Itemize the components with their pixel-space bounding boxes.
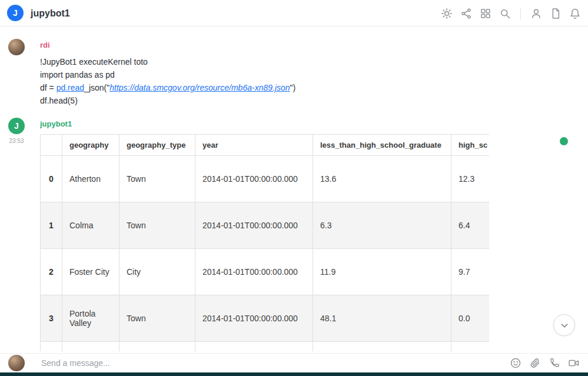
- table-cell: [451, 342, 490, 352]
- table-cell: Colma: [62, 202, 119, 249]
- code-line: df = pd.read_json("https://data.smcgov.o…: [40, 81, 295, 94]
- channel-title: jupybot1: [31, 0, 70, 26]
- table-cell: 13.6: [313, 156, 451, 202]
- message-list: rdi !JupyBot1 executeKernel toto import …: [0, 26, 588, 353]
- table-cell: 11.9: [313, 249, 451, 295]
- text-segment: "): [290, 83, 296, 92]
- table-cell: 1: [41, 202, 62, 249]
- paperclip-icon[interactable]: [529, 357, 541, 369]
- channel-avatar: J: [7, 5, 24, 21]
- table-cell: Portola Valley: [62, 295, 119, 342]
- message-timestamp: 23:53: [5, 138, 28, 144]
- apps-grid-icon[interactable]: [480, 8, 491, 19]
- table-row-partial: [41, 342, 490, 352]
- table-cell: Foster City: [62, 249, 119, 295]
- message-username[interactable]: jupybot1: [40, 119, 72, 128]
- table-row: 0 Atherton Town 2014-01-01T00:00:00.000 …: [41, 156, 490, 202]
- message-composer: [0, 353, 588, 372]
- dataframe-table: geography geography_type year less_than_…: [40, 134, 489, 351]
- table-cell: 0: [41, 156, 62, 202]
- table-cell: Atherton: [62, 156, 119, 202]
- code-line: import pandas as pd: [40, 68, 295, 81]
- table-cell: 2: [41, 249, 62, 295]
- code-line: df.head(5): [40, 94, 295, 107]
- table-row: 1 Colma Town 2014-01-01T00:00:00.000 6.3…: [41, 202, 490, 249]
- emoji-icon[interactable]: [510, 357, 521, 369]
- table-cell: 6.4: [451, 202, 490, 249]
- table-cell: [41, 342, 62, 352]
- scroll-to-bottom-button[interactable]: [553, 314, 575, 336]
- table-cell: 48.1: [313, 295, 451, 342]
- table-cell: 6.3: [313, 202, 451, 249]
- composer-avatar: [8, 355, 25, 371]
- table-cell: 2014-01-01T00:00:00.000: [195, 249, 313, 295]
- text-segment: _json(": [84, 83, 109, 92]
- text-segment: df =: [40, 83, 57, 92]
- code-link[interactable]: pd.read: [57, 83, 84, 92]
- message-text: !JupyBot1 executeKernel toto import pand…: [40, 55, 295, 107]
- composer-actions: [510, 357, 580, 369]
- bell-icon[interactable]: [569, 8, 581, 19]
- message-input[interactable]: [41, 358, 510, 368]
- message-username[interactable]: rdi: [40, 41, 50, 49]
- code-line: !JupyBot1 executeKernel toto: [40, 55, 295, 68]
- table-cell: Town: [119, 156, 195, 202]
- table-header-cell: [41, 135, 62, 156]
- table-cell: [62, 342, 119, 352]
- table-cell: [313, 342, 451, 352]
- search-icon[interactable]: [499, 8, 511, 19]
- table-cell: [119, 342, 195, 352]
- unread-indicator: [560, 137, 568, 145]
- url-link[interactable]: https://data.smcgov.org/resource/mb6a-xn…: [109, 83, 290, 92]
- document-icon[interactable]: [550, 8, 562, 19]
- table-cell: 3: [41, 295, 62, 342]
- phone-icon[interactable]: [549, 357, 560, 369]
- table-cell: 2014-01-01T00:00:00.000: [195, 202, 313, 249]
- table-header-cell: high_sc: [451, 135, 490, 156]
- chat-app: J jupybot1: [0, 0, 588, 376]
- share-icon[interactable]: [460, 8, 472, 19]
- table-cell: 2014-01-01T00:00:00.000: [195, 156, 313, 202]
- table-cell: City: [119, 249, 195, 295]
- table-header-cell: year: [195, 135, 313, 156]
- header-divider: [520, 8, 521, 19]
- table-header-cell: geography_type: [119, 135, 195, 156]
- header-toolbar: [441, 0, 581, 26]
- window-bottom-edge: [0, 372, 588, 376]
- table-row: 2 Foster City City 2014-01-01T00:00:00.0…: [41, 249, 490, 295]
- table-row: 3 Portola Valley Town 2014-01-01T00:00:0…: [41, 295, 490, 342]
- channel-header: J jupybot1: [0, 0, 588, 26]
- table-cell: 12.3: [451, 156, 490, 202]
- bot-avatar: J: [8, 118, 25, 134]
- table-cell: 0.0: [451, 295, 490, 342]
- person-icon[interactable]: [530, 8, 542, 19]
- table-header-cell: less_than_high_school_graduate: [313, 135, 451, 156]
- table-cell: 2014-01-01T00:00:00.000: [195, 295, 313, 342]
- table-cell: Town: [119, 202, 195, 249]
- table-cell: 9.7: [451, 249, 490, 295]
- gear-icon[interactable]: [441, 8, 453, 19]
- table-cell: [195, 342, 313, 352]
- table-cell: Town: [119, 295, 195, 342]
- table-header-cell: geography: [62, 135, 119, 156]
- video-camera-icon[interactable]: [568, 357, 580, 369]
- user-avatar: [8, 39, 25, 55]
- dataframe-table-scroll-region[interactable]: geography geography_type year less_than_…: [40, 134, 489, 351]
- table-header-row: geography geography_type year less_than_…: [41, 135, 490, 156]
